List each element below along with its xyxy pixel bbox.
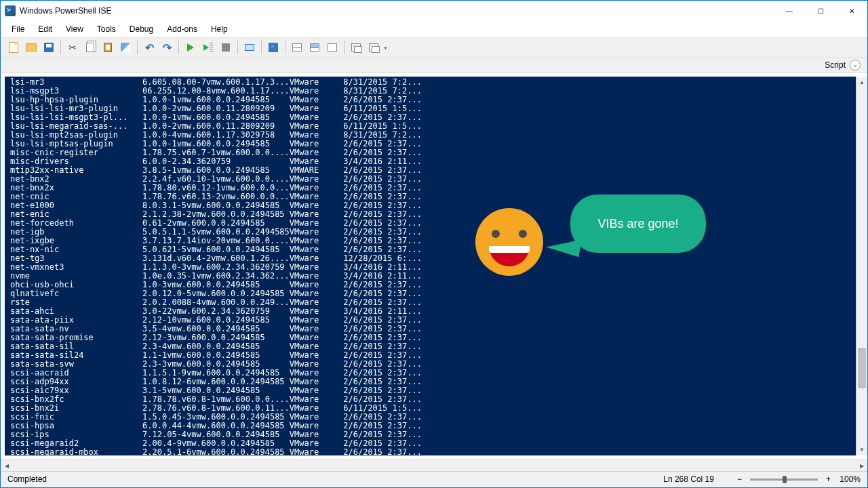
clear-button[interactable] xyxy=(118,40,133,55)
remote-button[interactable] xyxy=(242,40,257,55)
run-button[interactable] xyxy=(183,40,198,55)
undo-button[interactable]: ↶ xyxy=(142,40,157,55)
open-file-button[interactable] xyxy=(24,40,39,55)
app-icon xyxy=(5,5,16,16)
emoji-face-overlay xyxy=(475,208,543,276)
cut-button[interactable]: ✂ xyxy=(65,40,80,55)
layout-top-button[interactable] xyxy=(290,40,304,55)
horizontal-scrollbar[interactable]: ◀ ▶ xyxy=(1,460,867,471)
speech-bubble: VIBs are gone! xyxy=(570,195,706,253)
show-command-addon-button[interactable] xyxy=(366,40,381,55)
console-output[interactable]: lsi-mr3 6.605.08.00-7vmw.600.1.17.3...VM… xyxy=(5,77,863,455)
layout-side-button[interactable] xyxy=(307,40,322,55)
menu-tools[interactable]: Tools xyxy=(92,22,121,36)
menu-edit[interactable]: Edit xyxy=(33,22,58,36)
close-button[interactable]: ✕ xyxy=(836,1,867,21)
scroll-down-arrow-icon[interactable]: ▼ xyxy=(856,444,867,455)
new-remote-tab-button[interactable] xyxy=(266,40,281,55)
menu-help[interactable]: Help xyxy=(205,22,233,36)
menu-view[interactable]: View xyxy=(60,22,89,36)
titlebar: Windows PowerShell ISE ― ☐ ✕ xyxy=(1,1,867,21)
redo-button[interactable]: ↷ xyxy=(159,40,174,55)
copy-button[interactable] xyxy=(83,40,98,55)
minimize-button[interactable]: ― xyxy=(774,1,805,21)
maximize-button[interactable]: ☐ xyxy=(805,1,836,21)
zoom-slider[interactable] xyxy=(750,479,818,481)
console-pane: lsi-mr3 6.605.08.00-7vmw.600.1.17.3...VM… xyxy=(1,73,867,460)
cursor-position: Ln 268 Col 19 xyxy=(663,474,714,484)
emoji-eye-right xyxy=(519,230,527,238)
scroll-right-arrow-icon[interactable]: ▶ xyxy=(856,463,867,469)
vertical-scrollbar[interactable]: ▲ ▼ xyxy=(856,77,867,455)
window-title: Windows PowerShell ISE xyxy=(20,6,774,16)
scrollbar-thumb[interactable] xyxy=(858,348,866,388)
script-label: Script xyxy=(825,60,846,70)
menu-file[interactable]: File xyxy=(6,22,30,36)
show-command-button[interactable] xyxy=(349,40,363,55)
scroll-up-arrow-icon[interactable]: ▲ xyxy=(856,77,867,88)
scroll-left-arrow-icon[interactable]: ◀ xyxy=(1,463,12,469)
emoji-mouth xyxy=(489,246,530,266)
run-selection-button[interactable] xyxy=(201,40,216,55)
script-pane-header: Script ⌄ xyxy=(1,58,867,73)
layout-full-button[interactable] xyxy=(325,40,340,55)
speech-bubble-text: VIBs are gone! xyxy=(597,217,678,231)
statusbar: Completed Ln 268 Col 19 − + 100% xyxy=(1,471,867,487)
menu-debug[interactable]: Debug xyxy=(124,22,159,36)
paste-button[interactable] xyxy=(100,40,115,55)
stop-button[interactable] xyxy=(218,40,233,55)
toolbar: ✂ ↶ ↷ ▾ xyxy=(1,37,867,58)
zoom-out-button[interactable]: − xyxy=(734,474,745,484)
menu-addons[interactable]: Add-ons xyxy=(161,22,203,36)
emoji-eye-left xyxy=(492,230,500,238)
status-text: Completed xyxy=(7,474,663,484)
zoom-in-button[interactable]: + xyxy=(823,474,833,484)
toolbar-overflow-icon[interactable]: ▾ xyxy=(384,44,387,52)
new-file-button[interactable] xyxy=(6,40,21,55)
zoom-level: 100% xyxy=(833,474,861,484)
menubar: FileEditViewToolsDebugAdd-onsHelp xyxy=(1,21,867,37)
save-button[interactable] xyxy=(41,40,56,55)
expand-script-pane-button[interactable]: ⌄ xyxy=(850,60,861,70)
